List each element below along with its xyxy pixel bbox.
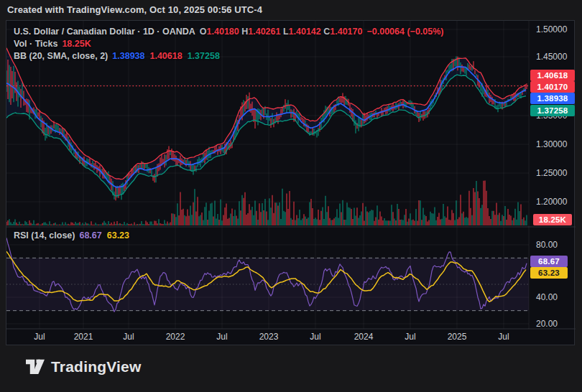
- bb-label: BB (20, SMA, close, 2): [14, 51, 108, 61]
- price-badge: 1.40170: [530, 81, 575, 93]
- ohlc-key: O: [200, 27, 207, 37]
- ohlc-val: 1.40170: [330, 27, 362, 37]
- ohlc-val: 1.40180: [207, 27, 242, 37]
- bb-legend-row: BB (20, SMA, close, 2) 1.389381.406181.3…: [14, 51, 444, 61]
- price-tick-label: 1.20000: [536, 196, 567, 207]
- price-tick-label: 1.30000: [536, 139, 567, 150]
- rsi-tick-label: 80.00: [536, 239, 558, 251]
- rsi-pane-legend: RSI (14, close) 68.6763.23: [14, 230, 134, 241]
- price-tick-label: 1.45000: [536, 51, 567, 62]
- ohlc-val: 1.40261: [248, 27, 283, 37]
- bb-values: 1.389381.406181.37258: [112, 51, 225, 61]
- price-badge: 1.38938: [530, 93, 575, 104]
- time-tick-label: 2025: [448, 332, 467, 342]
- ohlc-key: C: [323, 27, 330, 37]
- bb-value: 1.37258: [188, 51, 220, 61]
- time-tick-label: 2022: [166, 332, 185, 342]
- time-tick-label: Jul: [123, 332, 134, 342]
- symbol-title: U.S. Dollar / Canadian Dollar · 1D · OAN…: [14, 27, 195, 37]
- snapshot-caption: Created with TradingView.com, Oct 10, 20…: [7, 2, 262, 18]
- time-tick-label: Jul: [216, 332, 227, 342]
- chart-widget[interactable]: U.S. Dollar / Canadian Dollar · 1D · OAN…: [6, 20, 575, 345]
- price-tick-label: 1.50000: [536, 24, 567, 35]
- price-tick-label: 1.25000: [536, 167, 567, 179]
- change-value: −0.00064 (−0.05%): [366, 27, 443, 37]
- tradingview-logo-icon: [26, 359, 45, 375]
- price-badge: 1.40618: [530, 70, 575, 81]
- rsi-tick-label: 40.00: [536, 291, 558, 303]
- rsi-value: 68.67: [79, 230, 101, 241]
- rsi-tick-label: 20.00: [536, 318, 558, 330]
- time-tick-label: 2021: [74, 332, 93, 342]
- rsi-value: 63.23: [107, 230, 129, 241]
- time-tick-label: Jul: [34, 332, 45, 342]
- bb-value: 1.38938: [112, 51, 144, 61]
- main-pane-legend: U.S. Dollar / Canadian Dollar · 1D · OAN…: [14, 27, 444, 61]
- ohlc-key: L: [283, 27, 289, 37]
- time-tick-label: Jul: [405, 332, 415, 342]
- tradingview-logo[interactable]: TradingView: [26, 358, 142, 375]
- time-tick-label: Jul: [498, 332, 509, 342]
- symbol-legend-row: U.S. Dollar / Canadian Dollar · 1D · OAN…: [14, 27, 444, 37]
- rsi-badge: 68.67: [530, 256, 568, 267]
- rsi-label: RSI (14, close): [14, 230, 75, 241]
- volume-label: Vol · Ticks: [14, 39, 57, 49]
- volume-legend-row: Vol · Ticks 18.25K: [14, 39, 444, 49]
- rsi-badge: 63.23: [530, 267, 568, 279]
- tradingview-logo-text: TradingView: [51, 358, 142, 375]
- volume-badge: 18.25K: [533, 214, 572, 225]
- time-tick-label: 2024: [354, 332, 374, 342]
- ohlc-values: O1.40180 H1.40261 L1.40142 C1.40170: [200, 27, 363, 37]
- rsi-legend-row: RSI (14, close) 68.6763.23: [14, 230, 134, 241]
- volume-value: 18.25K: [62, 39, 91, 49]
- bb-value: 1.40618: [149, 51, 182, 61]
- time-tick-label: Jul: [310, 332, 320, 342]
- rsi-values: 68.6763.23: [79, 230, 134, 241]
- ohlc-key: H: [241, 27, 248, 37]
- time-tick-label: 2023: [259, 332, 279, 342]
- ohlc-val: 1.40142: [289, 27, 324, 37]
- price-badge: 1.37258: [530, 105, 575, 116]
- chart-plot[interactable]: [6, 21, 576, 346]
